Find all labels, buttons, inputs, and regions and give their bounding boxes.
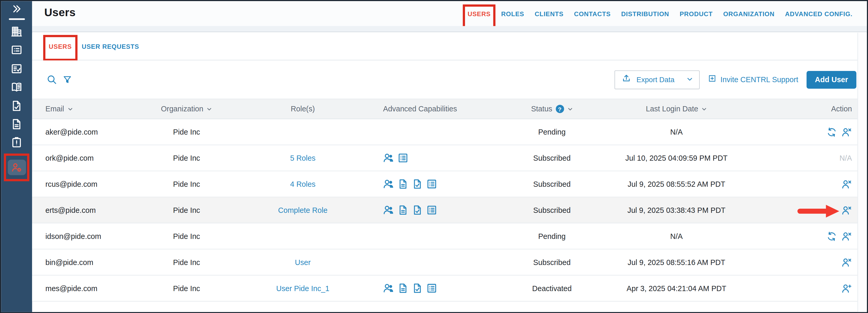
column-header-email[interactable]: Email (45, 105, 151, 113)
organization-cell: Pide Inc (151, 284, 222, 292)
filter-icon[interactable] (63, 75, 72, 84)
last-login-cell: Jul 9, 2025 08:55:16 AM PDT (616, 258, 738, 266)
document-check-icon (412, 178, 423, 190)
table-row: ork@pide.comPide Inc5 RolesSubscribedJul… (32, 145, 857, 171)
column-header-role-s: Role(s) (222, 105, 383, 113)
user-x-icon[interactable] (841, 231, 852, 241)
list-icon (426, 204, 437, 216)
column-header-last-login-date[interactable]: Last Login Date (616, 105, 738, 113)
plus-square-icon (708, 74, 717, 85)
column-header-action: Action (738, 105, 852, 113)
add-user-button[interactable]: Add User (807, 71, 856, 88)
document-icon (398, 283, 409, 294)
top-nav-item-distribution[interactable]: DISTRIBUTION (621, 10, 669, 17)
role-link[interactable]: User (295, 258, 311, 266)
role-link[interactable]: 5 Roles (290, 154, 315, 162)
invite-centrl-support-label: Invite CENTRL Support (720, 75, 799, 84)
column-header-status[interactable]: Status? (488, 105, 616, 113)
table-row: erts@pide.comPide IncComplete RoleSubscr… (32, 197, 857, 224)
table-row: mes@pide.comPide IncUser Pide Inc_1Deact… (32, 276, 857, 302)
status-cell: Subscribed (488, 154, 616, 162)
email-cell: mes@pide.com (45, 284, 151, 292)
action-cell (738, 205, 852, 215)
annotation-box-sidebar-user-admin (4, 153, 29, 181)
top-nav-item-organization[interactable]: ORGANIZATION (723, 10, 774, 17)
export-data-button[interactable]: Export Data (614, 70, 700, 89)
chevron-down-icon[interactable] (567, 106, 572, 112)
users-icon (383, 178, 394, 190)
tab-users[interactable]: USERS (49, 43, 72, 50)
tab-user-requests[interactable]: USER REQUESTS (82, 43, 139, 50)
table-row: idson@pide.comPide IncPendingN/A (32, 223, 857, 249)
advanced-capabilities-cell (383, 178, 489, 190)
top-nav-item-contacts[interactable]: CONTACTS (574, 10, 611, 17)
roles-cell: 5 Roles (222, 154, 383, 162)
organization-cell: Pide Inc (151, 206, 222, 214)
sidebar-item-list-card[interactable] (1, 44, 32, 56)
last-login-cell: Jul 10, 2025 04:09:59 PM PDT (616, 154, 738, 162)
column-header-advanced-capabilities: Advanced Capabilities (383, 105, 489, 113)
advanced-capabilities-cell (383, 283, 489, 294)
user-plus-icon[interactable] (841, 283, 852, 293)
toolbar: Export Data Invite CENTRL Support Add Us… (32, 60, 857, 99)
invite-centrl-support-button[interactable]: Invite CENTRL Support (708, 74, 798, 85)
sidebar-item-user-admin[interactable] (7, 160, 26, 175)
scrollbar-track[interactable] (858, 33, 867, 312)
organization-cell: Pide Inc (151, 180, 222, 188)
status-cell: Subscribed (488, 206, 616, 214)
column-label: Last Login Date (646, 105, 698, 113)
list-icon (426, 283, 437, 294)
last-login-cell: N/A (616, 232, 738, 240)
sidebar-item-document-check[interactable] (1, 100, 32, 112)
column-label: Advanced Capabilities (383, 105, 457, 113)
user-x-icon[interactable] (841, 179, 852, 189)
status-cell: Deactivated (488, 284, 616, 292)
top-nav-item-users[interactable]: USERS (468, 10, 491, 17)
email-cell: idson@pide.com (45, 232, 151, 240)
advanced-capabilities-cell (383, 204, 489, 216)
sidebar-item-building[interactable] (1, 26, 32, 38)
annotation-box-tab-users (43, 35, 78, 61)
top-nav-item-roles[interactable]: ROLES (501, 10, 524, 17)
role-link[interactable]: Complete Role (278, 206, 328, 214)
email-cell: ork@pide.com (45, 154, 151, 162)
email-cell: bin@pide.com (45, 258, 151, 266)
role-link[interactable]: 4 Roles (290, 180, 315, 188)
user-x-icon[interactable] (841, 257, 852, 267)
action-cell (738, 179, 852, 189)
chevron-down-icon[interactable] (207, 106, 212, 112)
last-login-cell: Jul 9, 2025 03:38:43 PM PDT (616, 206, 738, 214)
advanced-capabilities-cell (383, 152, 489, 164)
last-login-cell: Jul 9, 2025 08:55:52 AM PDT (616, 180, 738, 188)
last-login-cell: Apr 3, 2025 04:21:04 AM PDT (616, 284, 738, 292)
last-login-cell: N/A (616, 128, 738, 136)
sidebar-item-open-book[interactable] (1, 81, 32, 93)
roles-cell: User (222, 258, 383, 266)
sidebar-divider (9, 18, 25, 20)
help-icon[interactable]: ? (556, 105, 564, 113)
tab-bar: USERSUSER REQUESTS (32, 33, 857, 60)
top-nav-item-clients[interactable]: CLIENTS (535, 10, 564, 17)
document-icon (398, 178, 409, 190)
sidebar-item-checklist[interactable] (1, 63, 32, 75)
email-cell: erts@pide.com (45, 206, 151, 214)
chevron-down-icon (687, 75, 693, 85)
chevron-down-icon[interactable] (702, 106, 707, 112)
top-nav-item-product[interactable]: PRODUCT (680, 10, 713, 17)
role-link[interactable]: User Pide Inc_1 (276, 284, 329, 292)
table-row: aker@pide.comPide IncPendingN/A (32, 119, 857, 145)
sidebar-item-clipboard-alert[interactable] (1, 136, 32, 149)
sidebar-item-double-chevron-right[interactable] (1, 3, 32, 15)
top-nav-item-advanced-config[interactable]: ADVANCED CONFIG. (785, 10, 852, 17)
organization-cell: Pide Inc (151, 232, 222, 240)
column-header-organization[interactable]: Organization (151, 105, 222, 113)
search-icon[interactable] (46, 74, 57, 85)
refresh-icon[interactable] (827, 127, 837, 137)
sidebar-item-document[interactable] (1, 118, 32, 131)
column-label: Organization (161, 105, 204, 113)
users-icon (383, 152, 394, 164)
user-x-icon[interactable] (841, 127, 852, 137)
chevron-down-icon[interactable] (67, 106, 73, 112)
user-x-icon[interactable] (841, 205, 852, 215)
refresh-icon[interactable] (827, 231, 837, 241)
